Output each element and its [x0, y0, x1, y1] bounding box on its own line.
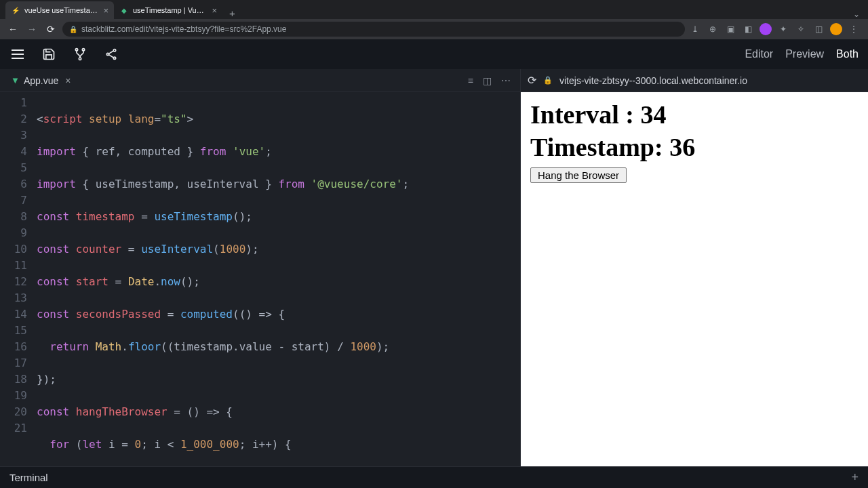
more-icon[interactable]: ⋯: [501, 75, 511, 86]
preview-reload-icon[interactable]: ⟳: [528, 74, 536, 87]
preview-url-bar: ⟳ 🔒 vitejs-vite-zbtsyy--3000.local.webco…: [521, 69, 868, 92]
extension-icon[interactable]: ✦: [777, 23, 789, 35]
browser-address-bar: ← → ⟳ 🔒 stackblitz.com/edit/vitejs-vite-…: [0, 19, 868, 39]
view-tab-editor[interactable]: Editor: [745, 48, 773, 60]
svg-point-0: [75, 49, 77, 51]
install-icon[interactable]: ⤓: [689, 23, 701, 35]
main-split: ▼ App.vue × ≡ ◫ ⋯ 1234567891011121314151…: [0, 69, 868, 466]
svg-point-4: [106, 53, 108, 55]
terminal-label: Terminal: [9, 472, 48, 483]
save-icon[interactable]: [41, 46, 57, 62]
lock-icon: 🔒: [69, 26, 77, 33]
timestamp-label: Timestamp:: [530, 133, 669, 161]
interval-value: 34: [641, 100, 667, 129]
close-icon[interactable]: ×: [62, 75, 71, 86]
svg-point-2: [79, 58, 81, 60]
svg-line-6: [109, 51, 114, 54]
vueuse-favicon: ◆: [119, 5, 129, 15]
app-toolbar: Editor Preview Both: [0, 39, 868, 69]
fork-icon[interactable]: [72, 46, 88, 62]
new-tab-button[interactable]: +: [222, 7, 242, 19]
extension-icon[interactable]: ◧: [742, 23, 754, 35]
extensions-menu-icon[interactable]: ✧: [795, 23, 807, 35]
svg-point-5: [113, 57, 115, 59]
terminal-add-icon[interactable]: +: [851, 470, 859, 485]
svg-point-1: [82, 49, 84, 51]
hamburger-menu-icon[interactable]: [9, 46, 26, 62]
preview-interval-line: Interval : 34: [530, 99, 859, 131]
browser-tab-strip: ⚡ vueUse useTimestamp (end sc × ◆ useTim…: [0, 0, 868, 19]
view-tab-preview[interactable]: Preview: [785, 48, 824, 60]
preview-timestamp-line: Timestamp: 36: [530, 131, 859, 164]
tab-title: vueUse useTimestamp (end sc: [24, 6, 99, 14]
url-input[interactable]: 🔒 stackblitz.com/edit/vitejs-vite-zbtsyy…: [62, 22, 685, 37]
forward-button[interactable]: →: [24, 22, 39, 37]
timestamp-value: 36: [669, 133, 695, 161]
reload-button[interactable]: ⟳: [43, 22, 58, 37]
sidepanel-icon[interactable]: ◫: [812, 23, 825, 35]
tab-title: useTimestamp | VueUse: [133, 6, 208, 14]
code-content[interactable]: <script setup lang="ts"> import { ref, c…: [37, 92, 520, 466]
close-icon[interactable]: ×: [212, 5, 217, 16]
svg-point-3: [113, 49, 115, 52]
close-icon[interactable]: ×: [103, 5, 108, 16]
share-icon[interactable]: [103, 46, 119, 62]
tab-overflow-icon[interactable]: ⌄: [853, 9, 868, 19]
menu-icon[interactable]: ⋮: [848, 23, 860, 35]
stackblitz-favicon: ⚡: [11, 5, 20, 15]
back-button[interactable]: ←: [5, 22, 20, 37]
editor-file-name: App.vue: [24, 75, 58, 86]
url-text: stackblitz.com/edit/vitejs-vite-zbtsyy?f…: [81, 24, 678, 34]
view-tab-both[interactable]: Both: [836, 48, 859, 60]
editor-tab-bar: ▼ App.vue × ≡ ◫ ⋯: [0, 69, 520, 92]
terminal-bar[interactable]: Terminal +: [0, 466, 868, 488]
editor-pane: ▼ App.vue × ≡ ◫ ⋯ 1234567891011121314151…: [0, 69, 521, 466]
editor-file-tab[interactable]: ▼ App.vue ×: [5, 73, 76, 89]
extension-icon[interactable]: [760, 23, 772, 35]
browser-tab-active[interactable]: ⚡ vueUse useTimestamp (end sc ×: [5, 1, 114, 19]
interval-label: Interval :: [530, 100, 641, 129]
preview-pane: ⟳ 🔒 vitejs-vite-zbtsyy--3000.local.webco…: [521, 69, 868, 466]
view-mode-tabs: Editor Preview Both: [745, 48, 859, 60]
zoom-icon[interactable]: ⊕: [707, 23, 719, 35]
format-icon[interactable]: ≡: [468, 75, 473, 86]
browser-right-icons: ⤓ ⊕ ▣ ◧ ✦ ✧ ◫ ⋮: [689, 23, 863, 35]
browser-tab[interactable]: ◆ useTimestamp | VueUse ×: [114, 1, 222, 19]
lock-icon: 🔒: [543, 76, 553, 85]
svg-line-7: [109, 55, 114, 58]
split-editor-icon[interactable]: ◫: [483, 75, 492, 86]
hang-browser-button[interactable]: Hang the Browser: [530, 167, 627, 183]
code-editor[interactable]: 123456789101112131415161718192021 <scrip…: [0, 92, 520, 466]
line-number-gutter: 123456789101112131415161718192021: [0, 92, 37, 466]
preview-content: Interval : 34 Timestamp: 36 Hang the Bro…: [521, 92, 868, 466]
profile-avatar[interactable]: [830, 23, 842, 35]
preview-url[interactable]: vitejs-vite-zbtsyy--3000.local.webcontai…: [559, 75, 861, 86]
extension-icon[interactable]: ▣: [724, 23, 736, 35]
vue-file-icon: ▼: [11, 75, 20, 85]
